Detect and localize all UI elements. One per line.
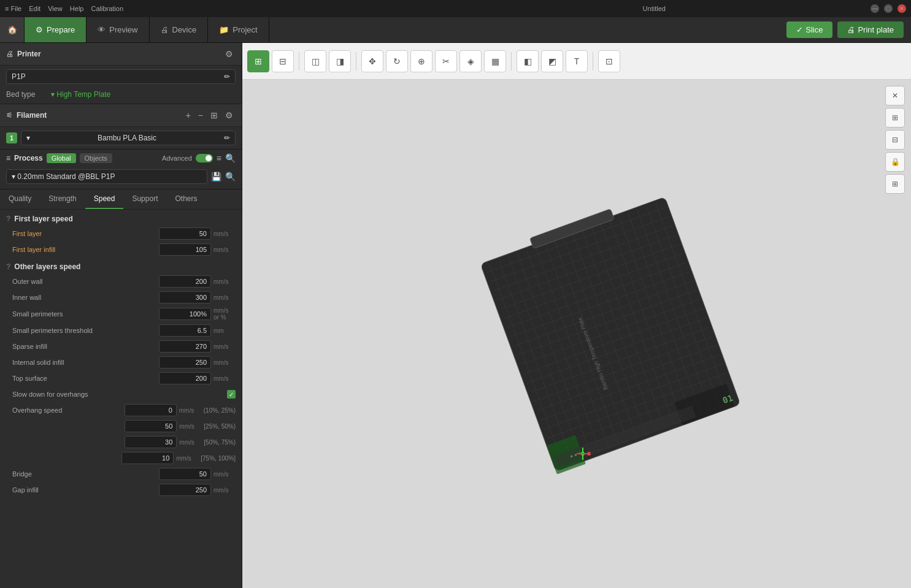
printer-section: 🖨 Printer ⚙ P1P ✏ Bed type ▾ High Temp P… — [0, 43, 242, 104]
top-surface-input[interactable] — [159, 372, 211, 384]
menu-view[interactable]: View — [48, 5, 63, 12]
overhang-10-input[interactable] — [121, 452, 174, 464]
menu-file[interactable]: ≡ File — [5, 5, 21, 12]
tool-support-btn[interactable]: ▦ — [484, 50, 506, 72]
outer-wall-row: Outer wall mm/s — [0, 273, 242, 289]
tab-strength[interactable]: Strength — [40, 189, 85, 209]
process-title: Process — [14, 154, 43, 162]
objects-button[interactable]: Objects — [80, 153, 112, 163]
maximize-button[interactable]: □ — [884, 4, 893, 13]
overhang-30-unit: mm/s — [179, 439, 201, 446]
tab-speed[interactable]: Speed — [85, 189, 124, 209]
window-title: Untitled — [438, 5, 871, 12]
overhang-50-row: mm/s [25%, 50%) — [0, 418, 242, 434]
filament-clone-button[interactable]: ⊞ — [208, 109, 220, 121]
menu-help[interactable]: Help — [70, 5, 84, 12]
tab-actions: ✓ Slice 🖨 Print plate — [786, 17, 911, 42]
tool-assemble-btn[interactable]: ◩ — [541, 50, 563, 72]
tool-cut-btn[interactable]: ✂ — [435, 50, 457, 72]
tab-device[interactable]: 🖨 Device — [150, 17, 209, 42]
tool-arrange-btn[interactable]: ◨ — [329, 50, 351, 72]
outer-wall-label: Outer wall — [12, 278, 159, 285]
tool-view-btn[interactable]: ⊡ — [598, 50, 620, 72]
small-perimeters-input[interactable] — [159, 308, 211, 320]
first-layer-infill-input[interactable] — [159, 243, 211, 256]
mini-shrink-btn[interactable]: ⊟ — [885, 130, 905, 150]
mini-expand-btn[interactable]: ⊞ — [885, 108, 905, 128]
filament-name-dropdown[interactable]: ▾ Bambu PLA Basic ✏ — [21, 131, 236, 145]
global-button[interactable]: Global — [47, 153, 76, 163]
tab-project[interactable]: 📁 Project — [208, 17, 269, 42]
filament-edit-icon: ✏ — [224, 134, 230, 142]
overhang-0-row: Overhang speed mm/s (10%, 25%) — [0, 402, 242, 418]
first-layer-label: First layer — [12, 230, 159, 237]
process-preset-name[interactable]: ▾ 0.20mm Standard @BBL P1P — [6, 169, 207, 184]
tool-add-btn[interactable]: ⊞ — [247, 50, 269, 72]
tab-home[interactable]: 🏠 — [0, 17, 25, 42]
other-layers-speed-group: ? Other layers speed — [0, 258, 242, 273]
tool-grid-btn[interactable]: ⊟ — [272, 50, 294, 72]
first-layer-help-icon[interactable]: ? — [6, 215, 10, 223]
tool-sep-1 — [299, 52, 299, 71]
tool-orient-btn[interactable]: ◫ — [304, 50, 326, 72]
process-header: ≡ Process Global Objects Advanced ≡ 🔍 — [0, 150, 242, 167]
top-surface-label: Top surface — [12, 375, 159, 382]
tab-quality[interactable]: Quality — [0, 189, 40, 209]
tool-paint-btn[interactable]: ◈ — [459, 50, 482, 72]
gap-infill-input[interactable] — [159, 484, 211, 496]
tool-rotate-btn[interactable]: ↻ — [386, 50, 408, 72]
close-button[interactable]: ✕ — [898, 4, 906, 13]
bridge-input[interactable] — [159, 468, 211, 480]
print-button[interactable]: 🖨 Print plate — [837, 21, 904, 38]
preview-icon: 👁 — [98, 25, 106, 34]
tab-others[interactable]: Others — [166, 189, 206, 209]
outer-wall-input[interactable] — [159, 275, 211, 288]
tab-preview[interactable]: 👁 Preview — [86, 17, 149, 42]
advanced-label: Advanced — [162, 155, 192, 162]
printer-section-header: 🖨 Printer ⚙ — [0, 43, 242, 66]
filament-remove-button[interactable]: − — [196, 109, 206, 121]
slow-down-checkbox[interactable]: ✓ — [227, 390, 236, 399]
process-preset-button[interactable]: ≡ — [217, 153, 221, 163]
filament-add-button[interactable]: + — [183, 109, 193, 121]
menu-edit[interactable]: Edit — [29, 5, 40, 12]
first-layer-speed-group-label: First layer speed — [14, 215, 72, 223]
tool-scale-btn[interactable]: ⊕ — [410, 50, 432, 72]
process-search-button[interactable]: 🔍 — [225, 153, 236, 163]
tool-text-btn[interactable]: T — [566, 50, 588, 72]
menu-calibration[interactable]: Calibration — [91, 5, 123, 12]
first-layer-input[interactable] — [159, 227, 211, 240]
small-perimeters-threshold-row: Small perimeters threshold mm — [0, 323, 242, 338]
preset-search-button[interactable]: 🔍 — [225, 172, 236, 181]
preset-save-button[interactable]: 💾 — [211, 172, 221, 181]
small-perimeters-threshold-unit: mm — [213, 327, 236, 334]
first-layer-unit: mm/s — [213, 231, 236, 237]
advanced-toggle[interactable] — [196, 154, 213, 162]
mini-close-btn[interactable]: ✕ — [885, 86, 905, 105]
titlebar: ≡ File Edit View Help Calibration Untitl… — [0, 0, 911, 17]
printer-name-dropdown[interactable]: P1P ✏ — [6, 69, 236, 84]
tab-prepare[interactable]: ⚙ Prepare — [25, 17, 86, 42]
overhang-30-input[interactable] — [125, 436, 177, 448]
tab-support[interactable]: Support — [123, 189, 166, 209]
printer-settings-button[interactable]: ⚙ — [223, 48, 236, 60]
inner-wall-row: Inner wall mm/s — [0, 289, 242, 305]
tool-move-btn[interactable]: ✥ — [361, 50, 383, 72]
filament-settings-button[interactable]: ⚙ — [223, 109, 236, 121]
canvas-area[interactable]: 01 Bambu High Temperature Plate ● ● ● ✕ … — [242, 80, 911, 588]
mini-grid-btn[interactable]: ⊞ — [885, 174, 905, 194]
right-mini-panel: ✕ ⊞ ⊟ 🔒 ⊞ — [885, 86, 905, 194]
small-perimeters-threshold-input[interactable] — [159, 324, 211, 337]
minimize-button[interactable]: — — [871, 4, 879, 13]
overhang-50-input[interactable] — [125, 420, 177, 432]
gap-infill-unit: mm/s — [213, 487, 236, 494]
inner-wall-input[interactable] — [159, 291, 211, 304]
overhang-0-input[interactable] — [125, 404, 177, 416]
sparse-infill-input[interactable] — [159, 340, 211, 353]
other-layers-help-icon[interactable]: ? — [6, 262, 10, 271]
slice-button[interactable]: ✓ Slice — [786, 21, 832, 38]
mini-lock-btn[interactable]: 🔒 — [885, 152, 905, 172]
overhang-0-range: (10%, 25%) — [204, 407, 236, 414]
internal-solid-infill-input[interactable] — [159, 356, 211, 368]
tool-measure-btn[interactable]: ◧ — [517, 50, 539, 72]
